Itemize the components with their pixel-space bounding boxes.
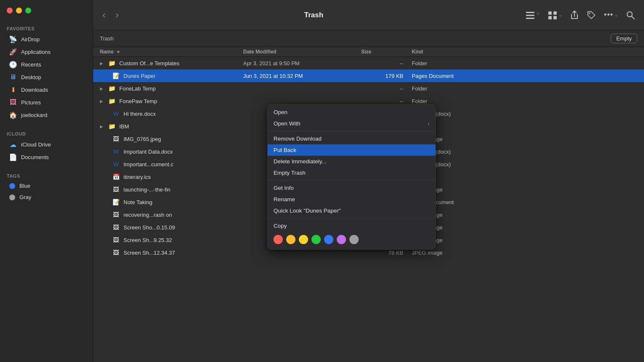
col-size-header[interactable]: Size: [361, 49, 412, 55]
search-button[interactable]: [624, 9, 637, 21]
sidebar-item-desktop[interactable]: 🖥 Desktop: [3, 71, 90, 83]
context-menu-item-quick-look[interactable]: Quick Look "Dunes Paper": [268, 205, 435, 216]
context-menu-tag-yellow[interactable]: [299, 235, 308, 244]
file-kind: Microso...(docx): [412, 161, 637, 168]
context-menu-item-put-back[interactable]: Put Back: [268, 144, 435, 156]
file-name: IMG_0765.jpeg: [123, 136, 161, 142]
grid-view-icon: [548, 11, 557, 19]
airdrop-icon: 📡: [9, 35, 17, 43]
context-menu-item-delete-immediately[interactable]: Delete Immediately...: [268, 156, 435, 167]
back-button[interactable]: ‹: [100, 8, 108, 22]
window-controls: [7, 8, 31, 13]
table-row[interactable]: ▶📁 FoneLab Temp -- Folder: [93, 82, 644, 95]
file-size: 179 KB: [361, 73, 412, 79]
pages-icon: 📝: [112, 199, 120, 205]
sidebar-item-joellockard[interactable]: 🏠 joellockard: [3, 109, 90, 121]
context-menu-tag-gray[interactable]: [349, 235, 359, 244]
cm-item-label: Put Back: [274, 147, 296, 153]
recents-icon: 🕐: [9, 61, 17, 68]
file-name: Note Taking: [123, 199, 152, 205]
folder-icon: 📁: [107, 85, 116, 92]
breadcrumb-bar: Trash Empty: [93, 30, 644, 47]
file-list-header: Name ▼ Date Modified Size Kind: [93, 47, 644, 57]
file-kind: JPEG image: [412, 250, 637, 256]
table-row[interactable]: 📝 Dunes Paper Jun 3, 2021 at 10:32 PM 17…: [93, 69, 644, 82]
col-kind-header[interactable]: Kind: [412, 49, 637, 55]
context-menu-item-copy[interactable]: Copy: [268, 220, 435, 232]
file-kind: Folder: [412, 123, 637, 130]
context-menu-tag-blue[interactable]: [324, 235, 333, 244]
sidebar-item-applications[interactable]: 🚀 Applications: [3, 46, 90, 58]
cm-item-label: Get Info: [274, 185, 294, 191]
close-button[interactable]: [7, 8, 13, 13]
sidebar-item-downloads[interactable]: ⬇ Downloads: [3, 84, 90, 96]
cm-item-label: Quick Look "Dunes Paper": [274, 208, 341, 214]
desktop-icon: 🖥: [9, 73, 17, 81]
word-icon: W: [112, 148, 120, 155]
folder-icon: 📁: [107, 123, 116, 130]
image-icon: 🖼: [112, 237, 120, 243]
sidebar-item-label: Blue: [19, 183, 30, 189]
context-menu-item-get-info[interactable]: Get Info: [268, 182, 435, 194]
sidebar-item-airdrop[interactable]: 📡 AirDrop: [3, 33, 90, 45]
tag-button[interactable]: [585, 9, 598, 21]
sidebar-item-label: iCloud Drive: [21, 141, 51, 148]
more-button[interactable]: ••• ⌄: [601, 9, 620, 21]
file-kind: JPEG image: [412, 212, 637, 218]
context-menu[interactable]: Open Open With › Remove Download Put Bac…: [267, 104, 436, 250]
more-icon: •••: [604, 11, 613, 19]
grid-view-button[interactable]: ⌄: [545, 9, 564, 21]
applications-icon: 🚀: [9, 48, 17, 56]
context-menu-item-open-with[interactable]: Open With ›: [268, 118, 435, 129]
sidebar-item-gray-tag[interactable]: Gray: [3, 192, 90, 202]
view-chevron: ⌃: [536, 13, 539, 17]
file-name: FonePaw Temp: [119, 98, 157, 104]
context-menu-tag-green[interactable]: [311, 235, 321, 244]
context-menu-item-remove-download[interactable]: Remove Download: [268, 133, 435, 144]
context-menu-separator: [268, 218, 435, 218]
context-menu-tag-orange[interactable]: [286, 235, 295, 244]
svg-rect-4: [553, 11, 557, 15]
home-icon: 🏠: [9, 111, 17, 119]
sidebar-item-label: Documents: [21, 154, 49, 160]
downloads-icon: ⬇: [9, 86, 17, 93]
sidebar: Favorites 📡 AirDrop 🚀 Applications 🕐 Rec…: [0, 0, 93, 362]
sidebar-item-pictures[interactable]: 🖼 Pictures: [3, 96, 90, 108]
file-name: Custom Of...e Templates: [119, 60, 180, 67]
empty-trash-button[interactable]: Empty: [611, 34, 637, 43]
file-date: Jun 3, 2021 at 10:32 PM: [243, 73, 361, 79]
svg-rect-6: [553, 16, 557, 19]
share-button[interactable]: [568, 9, 581, 21]
file-size: --: [361, 98, 412, 104]
context-menu-tag-red[interactable]: [274, 235, 283, 244]
file-name: recovering...rash on: [123, 212, 172, 218]
file-kind: Folder: [412, 60, 637, 67]
maximize-button[interactable]: [25, 8, 31, 13]
col-name-header[interactable]: Name ▼: [100, 49, 243, 55]
more-chevron: ⌄: [614, 13, 618, 17]
expand-triangle: ▶: [100, 86, 103, 91]
submenu-arrow: ›: [428, 121, 429, 127]
list-view-button[interactable]: ⌃: [523, 9, 542, 21]
col-date-header[interactable]: Date Modified: [243, 49, 361, 55]
file-kind: JPEG image: [412, 136, 637, 142]
context-menu-item-empty-trash[interactable]: Empty Trash: [268, 167, 435, 178]
context-menu-item-rename[interactable]: Rename: [268, 194, 435, 205]
sidebar-item-recents[interactable]: 🕐 Recents: [3, 59, 90, 70]
tag-icon: [587, 11, 596, 20]
minimize-button[interactable]: [16, 8, 22, 13]
context-menu-separator: [268, 131, 435, 131]
file-size: --: [361, 60, 412, 67]
table-row[interactable]: ▶📁 Custom Of...e Templates Apr 3, 2021 a…: [93, 57, 644, 69]
sidebar-item-label: Applications: [21, 49, 51, 55]
sidebar-item-label: joellockard: [21, 112, 47, 118]
image-icon: 🖼: [112, 224, 120, 231]
file-name: Important...cument.c: [123, 161, 174, 168]
sidebar-item-documents[interactable]: 📄 Documents: [3, 151, 90, 163]
context-menu-tag-purple[interactable]: [337, 235, 346, 244]
sidebar-item-icloud-drive[interactable]: ☁ iCloud Drive: [3, 138, 90, 150]
sidebar-item-blue-tag[interactable]: Blue: [3, 181, 90, 191]
context-menu-item-open[interactable]: Open: [268, 106, 435, 118]
ics-icon: 📅: [112, 173, 120, 180]
icloud-section-label: iCloud: [0, 126, 93, 138]
